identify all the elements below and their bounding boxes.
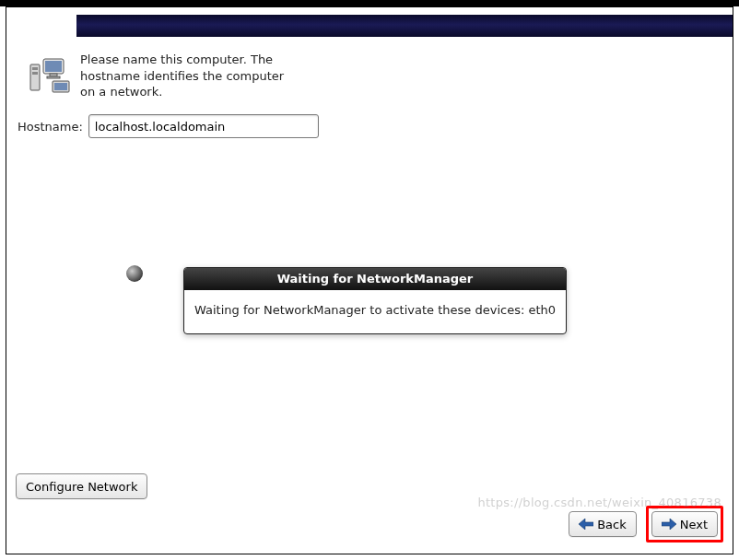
- next-label: Next: [680, 518, 708, 531]
- installer-page: Please name this computer. The hostname …: [6, 6, 733, 554]
- dialog-message: Waiting for NetworkManager to activate t…: [184, 290, 566, 333]
- hostname-label: Hostname:: [18, 120, 83, 134]
- computer-network-icon: [27, 52, 73, 98]
- intro-row: Please name this computer. The hostname …: [27, 52, 710, 100]
- next-button-highlight: Next: [646, 506, 723, 542]
- intro-text: Please name this computer. The hostname …: [80, 52, 292, 100]
- next-button[interactable]: Next: [651, 511, 718, 537]
- svg-rect-8: [54, 83, 67, 90]
- svg-rect-2: [32, 72, 38, 75]
- back-button[interactable]: Back: [569, 511, 637, 537]
- header-banner: [76, 15, 733, 37]
- dialog-title: Waiting for NetworkManager: [184, 268, 566, 290]
- back-label: Back: [597, 518, 627, 531]
- hostname-input[interactable]: [88, 114, 319, 138]
- configure-network-button[interactable]: Configure Network: [16, 473, 147, 499]
- arrow-left-icon: [579, 519, 593, 530]
- svg-rect-6: [47, 76, 60, 78]
- arrow-right-icon: [662, 519, 676, 530]
- hostname-row: Hostname:: [18, 114, 319, 138]
- nav-buttons: Back Next: [569, 506, 723, 542]
- svg-rect-4: [45, 61, 62, 72]
- spinner-icon: [126, 265, 143, 282]
- configure-network-label: Configure Network: [26, 480, 137, 494]
- network-wait-dialog: Waiting for NetworkManager Waiting for N…: [183, 267, 567, 334]
- svg-rect-1: [32, 67, 38, 70]
